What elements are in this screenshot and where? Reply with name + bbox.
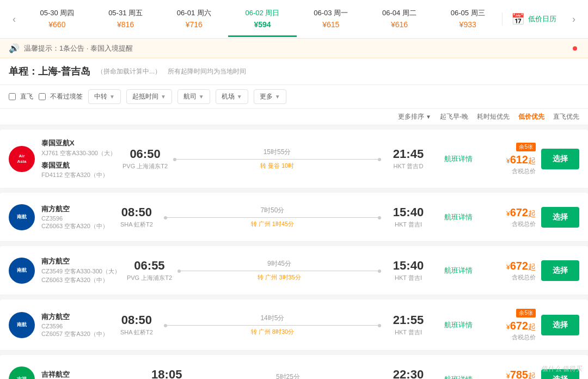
select-button-2[interactable]: 选择 bbox=[541, 260, 579, 281]
next-date-arrow[interactable]: › bbox=[565, 0, 583, 38]
select-button-3[interactable]: 选择 bbox=[541, 315, 579, 335]
airline-info-4: 吉祥航空 HO1369 空客 A320-200 NEO（中） bbox=[41, 370, 138, 379]
flight-no1-2: CZ3549 空客A330-300（大） bbox=[41, 267, 120, 276]
price-main-4: ¥785起 bbox=[487, 369, 536, 380]
date-item-3[interactable]: 06-02 周日¥594 bbox=[228, 2, 297, 37]
arrive-airport-0: HKT 普吉D bbox=[387, 162, 430, 170]
depart-time-3: 08:50 bbox=[115, 313, 158, 327]
filter-dropdown-3[interactable]: 起抵时间 ▼ bbox=[126, 89, 172, 104]
price-sub-3: 含税总价 bbox=[487, 333, 536, 341]
transfer-text-3: 转 广州 8时30分 bbox=[164, 328, 381, 336]
airline-logo-0: AirAsia bbox=[9, 146, 35, 172]
depart-block-3: 08:50 SHA 虹桥T2 bbox=[115, 313, 158, 337]
date-item-1[interactable]: 05-31 周五¥816 bbox=[91, 2, 160, 37]
duration-dot-right-1 bbox=[378, 216, 381, 219]
sort-item-0[interactable]: 更多排序 ▼ bbox=[398, 112, 431, 121]
date-item-6[interactable]: 06-05 周三¥933 bbox=[433, 2, 502, 37]
tag-badge-3: 余5张 bbox=[516, 309, 536, 317]
duration-dot-left-2 bbox=[177, 270, 181, 273]
flight-no2-3: CZ6057 空客A320（中） bbox=[41, 330, 108, 338]
arrive-time-1: 15:40 bbox=[387, 205, 430, 219]
airline-name2-0: 泰国亚航 bbox=[41, 161, 116, 170]
date-item-4[interactable]: 06-03 周一¥615 bbox=[297, 2, 365, 37]
duration-dot-left-0 bbox=[173, 158, 176, 161]
duration-dot-right-2 bbox=[378, 270, 381, 273]
filter-checkbox-0[interactable]: 直飞 bbox=[9, 92, 33, 101]
price-sub-0: 含税总价 bbox=[487, 167, 536, 175]
detail-link-0[interactable]: 航班详情 bbox=[437, 154, 480, 164]
flight-card-1: 南航 南方航空 CZ3596 CZ6063 空客A320（中） 08:50 SH… bbox=[0, 193, 588, 242]
flight-times-4: 18:05 PVG 上海浦东T2 5时25分 22:30 HKT 普吉I bbox=[144, 368, 430, 379]
arrive-block-4: 22:30 HKT 普吉I bbox=[387, 368, 430, 379]
select-button-1[interactable]: 选择 bbox=[541, 207, 579, 228]
flight-times-1: 08:50 SHA 虹桥T2 7时50分 转 广州 1时45分 15:40 HK… bbox=[115, 205, 430, 229]
depart-block-4: 18:05 PVG 上海浦东T2 bbox=[144, 368, 189, 379]
flight-card-4: 吉祥 吉祥航空 HO1369 空客 A320-200 NEO（中） 18:05 … bbox=[0, 355, 588, 379]
date-item-5[interactable]: 06-04 周二¥616 bbox=[365, 2, 434, 37]
filter-dropdown-6[interactable]: 更多 ▼ bbox=[254, 89, 286, 104]
duration-dot-left-3 bbox=[164, 324, 167, 327]
filter-dropdown-4[interactable]: 航司 ▼ bbox=[177, 89, 210, 104]
detail-link-2[interactable]: 航班详情 bbox=[437, 266, 480, 276]
airline-logo-2: 南航 bbox=[9, 258, 35, 284]
airline-info-2: 南方航空 CZ3549 空客A330-300（大） CZ6063 空客A320（… bbox=[41, 256, 120, 284]
price-sub-2: 含税总价 bbox=[487, 273, 536, 282]
airline-name-4: 吉祥航空 bbox=[41, 370, 138, 379]
depart-time-0: 06:50 bbox=[122, 147, 168, 161]
flight-card-3: 南航 南方航空 CZ3596 CZ6057 空客A320（中） 08:50 SH… bbox=[0, 299, 588, 351]
calendar-icon: 📅 bbox=[511, 13, 525, 26]
filter-checkbox-1[interactable]: 不看过境签 bbox=[39, 92, 83, 101]
price-qi-4: 起 bbox=[528, 371, 536, 380]
detail-link-4[interactable]: 航班详情 bbox=[437, 375, 480, 380]
price-num-4: 785 bbox=[510, 369, 528, 380]
price-main-3: ¥672起 bbox=[487, 320, 536, 332]
filter-dropdown-5[interactable]: 机场 ▼ bbox=[216, 89, 248, 104]
filter-dropdown-2[interactable]: 中转 ▼ bbox=[88, 89, 121, 104]
detail-link-1[interactable]: 航班详情 bbox=[437, 212, 480, 222]
route-title: 单程：上海-普吉岛 bbox=[9, 65, 90, 78]
depart-time-1: 08:50 bbox=[115, 205, 158, 219]
duration-line-1 bbox=[164, 217, 381, 218]
sort-item-1[interactable]: 起飞早-晚 bbox=[440, 112, 468, 121]
duration-text-0: 15时55分 bbox=[173, 148, 381, 157]
duration-text-4: 5时25分 bbox=[195, 372, 381, 380]
price-main-1: ¥672起 bbox=[487, 206, 536, 219]
flight-main-4: 吉祥 吉祥航空 HO1369 空客 A320-200 NEO（中） 18:05 … bbox=[0, 355, 588, 379]
depart-block-0: 06:50 PVG 上海浦东T2 bbox=[122, 147, 168, 170]
arrive-time-3: 21:55 bbox=[387, 313, 430, 327]
route-header: 单程：上海-普吉岛 （拼命加载计算中...） 所有起降时间均为当地时间 bbox=[0, 58, 588, 85]
price-block-4: ¥785起 含税总价 bbox=[487, 369, 536, 380]
prev-date-arrow[interactable]: ‹ bbox=[5, 0, 23, 38]
flight-times-3: 08:50 SHA 虹桥T2 14时5分 转 广州 8时30分 21:55 HK… bbox=[115, 313, 430, 337]
flight-times-0: 06:50 PVG 上海浦东T2 15时55分 转 曼谷 10时 21:45 H… bbox=[122, 147, 430, 170]
select-button-0[interactable]: 选择 bbox=[541, 149, 579, 169]
flight-main-2: 南航 南方航空 CZ3549 空客A330-300（大） CZ6063 空客A3… bbox=[0, 246, 588, 295]
duration-line-2 bbox=[177, 271, 381, 271]
date-items-list: 05-30 周四¥66005-31 周五¥81606-01 周六¥71606-0… bbox=[23, 2, 502, 37]
airline-logo-1: 南航 bbox=[9, 204, 35, 230]
price-sub-1: 含税总价 bbox=[487, 220, 536, 228]
arrive-airport-1: HKT 普吉I bbox=[387, 221, 430, 229]
price-qi-2: 起 bbox=[528, 262, 536, 271]
price-symbol-1: ¥ bbox=[506, 210, 510, 218]
sort-item-3[interactable]: 低价优先 bbox=[518, 112, 544, 121]
depart-block-1: 08:50 SHA 虹桥T2 bbox=[115, 205, 158, 229]
depart-time-4: 18:05 bbox=[144, 368, 189, 379]
low-price-calendar[interactable]: 📅 低价日历 bbox=[502, 13, 565, 26]
airline-info-1: 南方航空 CZ3596 CZ6063 空客A320（中） bbox=[41, 204, 108, 230]
arrive-time-2: 15:40 bbox=[387, 259, 430, 273]
flight-no2-2: CZ6063 空客A320（中） bbox=[41, 276, 120, 284]
date-item-0[interactable]: 05-30 周四¥660 bbox=[23, 2, 91, 37]
duration-block-4: 5时25分 bbox=[189, 372, 387, 380]
flight-times-2: 06:55 PVG 上海浦东T2 9时45分 转 广州 3时35分 15:40 … bbox=[127, 259, 430, 282]
date-item-2[interactable]: 06-01 周六¥716 bbox=[160, 2, 228, 37]
tag-badge-0: 余5张 bbox=[516, 143, 536, 151]
detail-link-3[interactable]: 航班详情 bbox=[437, 320, 480, 330]
flight-no2-0: FD4112 空客A320（中） bbox=[41, 171, 116, 179]
price-num-1: 672 bbox=[510, 206, 528, 218]
flight-main-1: 南航 南方航空 CZ3596 CZ6063 空客A320（中） 08:50 SH… bbox=[0, 193, 588, 242]
price-num-2: 672 bbox=[510, 260, 528, 272]
sort-item-2[interactable]: 耗时短优先 bbox=[477, 112, 510, 121]
sort-item-4[interactable]: 直飞优先 bbox=[553, 112, 579, 121]
flight-no2-1: CZ6063 空客A320（中） bbox=[41, 222, 108, 230]
